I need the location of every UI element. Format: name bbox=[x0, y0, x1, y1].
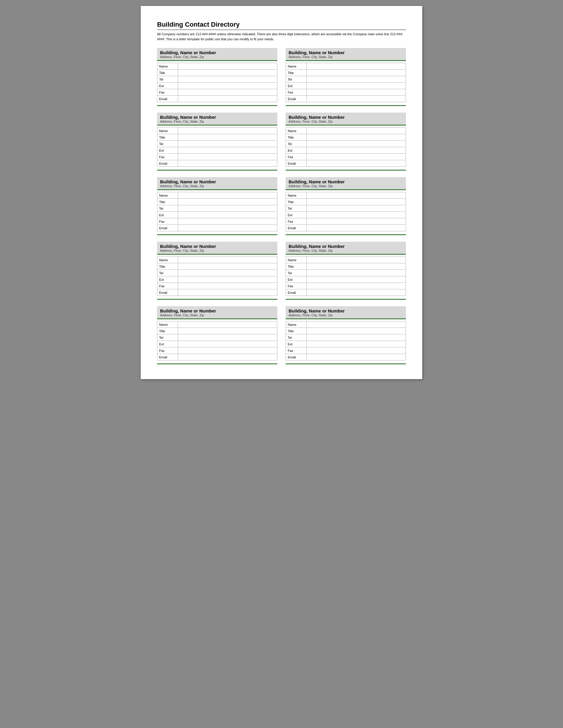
contact-table-7: NameTitleTelExtFaxEmail bbox=[157, 256, 277, 296]
field-value-title[interactable] bbox=[307, 134, 406, 141]
card-header-3: Building, Name or NumberAddress, Floor, … bbox=[157, 113, 277, 126]
field-label-email: Email bbox=[157, 289, 178, 296]
field-value-email[interactable] bbox=[178, 225, 277, 231]
table-row: Tel bbox=[157, 270, 277, 276]
field-value-tel[interactable] bbox=[307, 76, 406, 83]
field-label-ext: Ext bbox=[157, 212, 178, 218]
card-grid: Building, Name or NumberAddress, Floor, … bbox=[157, 48, 406, 364]
field-value-fax[interactable] bbox=[178, 89, 277, 96]
contact-table-9: NameTitleTelExtFaxEmail bbox=[157, 321, 277, 360]
field-value-title[interactable] bbox=[307, 70, 406, 76]
field-value-email[interactable] bbox=[178, 354, 277, 360]
field-value-fax[interactable] bbox=[307, 89, 406, 96]
field-value-fax[interactable] bbox=[178, 347, 277, 354]
field-label-email: Email bbox=[157, 354, 178, 360]
card-header-6: Building, Name or NumberAddress, Floor, … bbox=[286, 177, 406, 190]
table-row: Fax bbox=[157, 89, 277, 96]
field-value-tel[interactable] bbox=[178, 334, 277, 341]
card-header-5: Building, Name or NumberAddress, Floor, … bbox=[157, 177, 277, 190]
building-card-10: Building, Name or NumberAddress, Floor, … bbox=[286, 306, 406, 364]
field-value-ext[interactable] bbox=[178, 276, 277, 283]
field-value-ext[interactable] bbox=[307, 83, 406, 89]
field-value-email[interactable] bbox=[307, 354, 406, 360]
table-row: Tel bbox=[286, 76, 406, 83]
field-label-fax: Fax bbox=[286, 154, 307, 160]
field-value-tel[interactable] bbox=[307, 270, 406, 276]
field-label-tel: Tel bbox=[157, 334, 178, 341]
field-value-fax[interactable] bbox=[307, 154, 406, 160]
field-value-email[interactable] bbox=[307, 160, 406, 167]
field-value-tel[interactable] bbox=[307, 205, 406, 212]
field-value-title[interactable] bbox=[307, 328, 406, 334]
field-value-ext[interactable] bbox=[307, 341, 406, 347]
table-row: Fax bbox=[157, 347, 277, 354]
field-value-name[interactable] bbox=[178, 192, 277, 199]
field-value-name[interactable] bbox=[178, 128, 277, 134]
field-value-fax[interactable] bbox=[178, 283, 277, 289]
field-value-fax[interactable] bbox=[178, 218, 277, 225]
table-row: Fax bbox=[286, 347, 406, 354]
field-value-tel[interactable] bbox=[307, 334, 406, 341]
field-value-ext[interactable] bbox=[178, 147, 277, 154]
field-value-email[interactable] bbox=[307, 96, 406, 102]
field-value-name[interactable] bbox=[178, 63, 277, 70]
field-value-tel[interactable] bbox=[178, 205, 277, 212]
field-value-tel[interactable] bbox=[178, 270, 277, 276]
field-value-title[interactable] bbox=[178, 70, 277, 76]
table-row: Fax bbox=[157, 218, 277, 225]
field-value-ext[interactable] bbox=[307, 212, 406, 218]
field-value-name[interactable] bbox=[307, 63, 406, 70]
table-row: Title bbox=[286, 199, 406, 205]
field-label-tel: Tel bbox=[286, 141, 307, 147]
table-row: Name bbox=[286, 257, 406, 263]
field-value-email[interactable] bbox=[178, 160, 277, 167]
field-value-tel[interactable] bbox=[178, 76, 277, 83]
field-label-name: Name bbox=[157, 257, 178, 263]
field-label-title: Title bbox=[157, 328, 178, 334]
field-value-name[interactable] bbox=[178, 321, 277, 328]
field-value-title[interactable] bbox=[178, 328, 277, 334]
field-value-ext[interactable] bbox=[178, 341, 277, 347]
field-value-fax[interactable] bbox=[178, 154, 277, 160]
field-value-title[interactable] bbox=[307, 199, 406, 205]
field-value-fax[interactable] bbox=[307, 347, 406, 354]
field-value-ext[interactable] bbox=[178, 83, 277, 89]
field-value-title[interactable] bbox=[178, 134, 277, 141]
field-label-email: Email bbox=[286, 160, 307, 167]
table-row: Ext bbox=[286, 83, 406, 89]
field-value-email[interactable] bbox=[178, 289, 277, 296]
field-value-ext[interactable] bbox=[307, 276, 406, 283]
field-value-tel[interactable] bbox=[307, 141, 406, 147]
field-label-email: Email bbox=[157, 160, 178, 167]
field-value-name[interactable] bbox=[178, 257, 277, 263]
table-row: Email bbox=[286, 354, 406, 360]
field-label-tel: Tel bbox=[157, 141, 178, 147]
field-value-email[interactable] bbox=[307, 225, 406, 231]
table-row: Tel bbox=[286, 141, 406, 147]
field-value-name[interactable] bbox=[307, 257, 406, 263]
card-header-title-1: Building, Name or Number bbox=[160, 50, 274, 55]
field-value-name[interactable] bbox=[307, 128, 406, 134]
field-label-ext: Ext bbox=[157, 83, 178, 89]
field-value-email[interactable] bbox=[307, 289, 406, 296]
table-row: Name bbox=[157, 128, 277, 134]
field-label-email: Email bbox=[157, 225, 178, 231]
field-label-ext: Ext bbox=[157, 147, 178, 154]
contact-table-2: NameTitleTelExtFaxEmail bbox=[286, 63, 406, 102]
field-value-title[interactable] bbox=[307, 263, 406, 270]
field-value-email[interactable] bbox=[178, 96, 277, 102]
field-value-fax[interactable] bbox=[307, 218, 406, 225]
field-label-fax: Fax bbox=[286, 218, 307, 225]
field-value-name[interactable] bbox=[307, 192, 406, 199]
field-value-tel[interactable] bbox=[178, 141, 277, 147]
field-value-ext[interactable] bbox=[178, 212, 277, 218]
table-row: Email bbox=[286, 225, 406, 231]
field-value-name[interactable] bbox=[307, 321, 406, 328]
field-value-ext[interactable] bbox=[307, 147, 406, 154]
field-value-title[interactable] bbox=[178, 263, 277, 270]
field-value-fax[interactable] bbox=[307, 283, 406, 289]
card-footer-line-9 bbox=[157, 363, 277, 364]
field-label-title: Title bbox=[286, 134, 307, 141]
field-value-title[interactable] bbox=[178, 199, 277, 205]
table-row: Fax bbox=[286, 218, 406, 225]
